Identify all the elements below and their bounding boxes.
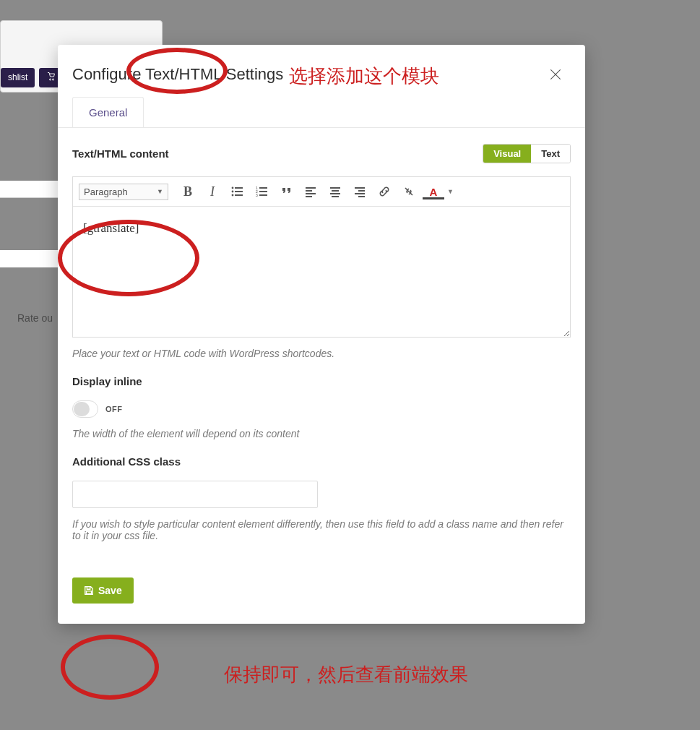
italic-button[interactable]: I [200, 181, 225, 202]
svg-rect-9 [259, 191, 267, 192]
svg-rect-12 [306, 187, 316, 189]
bullet-list-icon [231, 186, 243, 197]
editor-view-toggle: Visual Text [483, 144, 571, 163]
save-button[interactable]: Save [72, 577, 134, 604]
align-left-icon [305, 186, 316, 197]
paragraph-format-select[interactable]: Paragraph ▼ [79, 184, 168, 200]
align-center-button[interactable] [323, 181, 347, 202]
editor-content-area[interactable]: [gtranslate] [73, 207, 570, 337]
svg-rect-19 [332, 196, 339, 197]
number-list-icon: 123 [256, 186, 267, 197]
content-field-label: Text/HTML content [72, 147, 169, 160]
bullet-list-button[interactable] [225, 181, 249, 202]
blockquote-button[interactable] [274, 181, 298, 202]
toggle-knob-icon [74, 402, 90, 416]
align-center-icon [329, 186, 341, 197]
close-icon [548, 67, 563, 82]
svg-rect-17 [332, 190, 339, 192]
modal-tabs: General [58, 97, 585, 127]
text-color-button[interactable]: A [421, 181, 446, 202]
svg-rect-3 [235, 191, 243, 192]
chevron-down-icon: ▼ [157, 188, 163, 195]
editor-toolbar: Paragraph ▼ B I 123 [73, 177, 570, 207]
quote-icon [280, 186, 292, 197]
svg-rect-23 [358, 196, 365, 197]
css-class-label: Additional CSS class [72, 455, 571, 468]
paragraph-format-label: Paragraph [84, 186, 128, 197]
modal-header: Configure Text/HTML Settings [58, 45, 585, 97]
svg-text:3: 3 [256, 193, 258, 197]
close-button[interactable] [548, 66, 563, 82]
align-right-icon [354, 186, 366, 197]
svg-rect-21 [358, 190, 365, 192]
link-button[interactable] [372, 181, 397, 202]
svg-rect-7 [259, 187, 267, 189]
css-class-input[interactable] [72, 481, 318, 508]
display-inline-state: OFF [105, 405, 123, 413]
svg-point-0 [232, 187, 234, 189]
svg-rect-5 [235, 194, 243, 196]
settings-modal: Configure Text/HTML Settings General Tex… [58, 45, 585, 624]
display-inline-label: Display inline [72, 375, 571, 387]
svg-rect-15 [306, 196, 312, 197]
svg-rect-18 [330, 193, 340, 194]
content-hint: Place your text or HTML code with WordPr… [72, 348, 571, 359]
annotation-circle-save [61, 635, 159, 700]
view-text-button[interactable]: Text [531, 145, 570, 163]
color-chevron-down-icon[interactable]: ▼ [447, 188, 454, 195]
svg-rect-16 [330, 187, 340, 189]
svg-rect-14 [306, 193, 316, 194]
tab-general[interactable]: General [72, 97, 144, 127]
align-left-button[interactable] [298, 181, 323, 202]
display-inline-hint: The width of the element will depend on … [72, 428, 571, 439]
modal-title: Configure Text/HTML Settings [72, 65, 283, 84]
svg-rect-20 [355, 187, 365, 189]
svg-point-2 [232, 191, 234, 193]
svg-rect-11 [259, 194, 267, 196]
unlink-button[interactable] [397, 181, 421, 202]
rich-text-editor: Paragraph ▼ B I 123 [72, 176, 571, 338]
save-icon [84, 585, 94, 596]
save-button-label: Save [98, 585, 122, 596]
annotation-text-bottom: 保持即可，然后查看前端效果 [224, 662, 468, 687]
svg-rect-22 [355, 193, 365, 194]
link-icon [379, 186, 390, 197]
view-visual-button[interactable]: Visual [483, 145, 531, 163]
wishlist-button-partial: shlist [1, 68, 35, 87]
background-rate-label: Rate ou [17, 312, 53, 324]
unlink-icon [403, 186, 415, 197]
svg-rect-1 [235, 187, 243, 189]
bold-button[interactable]: B [176, 181, 200, 202]
align-right-button[interactable] [347, 181, 372, 202]
display-inline-toggle[interactable] [72, 400, 98, 418]
modal-footer: Save [58, 575, 585, 624]
number-list-button[interactable]: 123 [249, 181, 274, 202]
css-class-hint: If you wish to style particular content … [72, 518, 571, 541]
svg-rect-13 [306, 190, 312, 192]
svg-point-4 [232, 194, 234, 197]
color-underline-icon [423, 197, 444, 199]
background-bar-2 [0, 250, 58, 267]
